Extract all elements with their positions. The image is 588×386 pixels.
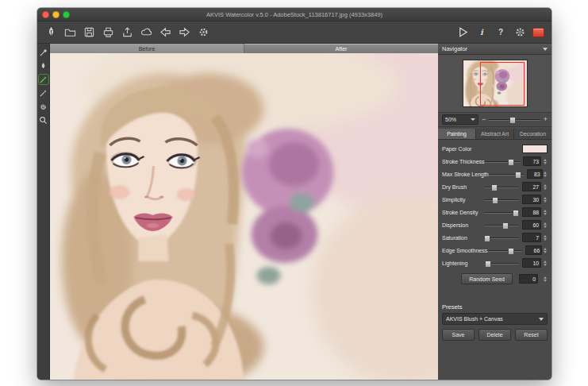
spinner[interactable] xyxy=(542,259,548,267)
toolbar: i ? xyxy=(37,21,551,44)
zoom-window-button[interactable] xyxy=(63,11,70,18)
param-label: Stroke Density xyxy=(442,210,478,215)
tab-before[interactable]: Before xyxy=(50,44,244,53)
akvis-logo-icon[interactable] xyxy=(532,28,544,37)
smudge-tool[interactable] xyxy=(39,88,48,98)
param-value[interactable]: 30 xyxy=(522,195,541,204)
random-seed-value[interactable]: 0 xyxy=(519,274,538,284)
param-value[interactable]: 10 xyxy=(522,258,541,268)
param-slider[interactable] xyxy=(489,171,524,178)
batch-gear-icon[interactable] xyxy=(197,26,209,39)
run-icon[interactable] xyxy=(456,26,469,39)
preset-dropdown[interactable]: AKVIS Blush + Canvas xyxy=(442,313,548,325)
open-icon[interactable] xyxy=(63,26,76,39)
param-label: Edge Smoothness xyxy=(442,248,487,253)
redo-icon[interactable] xyxy=(178,26,190,39)
spinner[interactable] xyxy=(542,234,548,241)
pen-nib-icon[interactable] xyxy=(44,26,57,39)
zoom-out-button[interactable]: − xyxy=(482,116,486,123)
navigator-header[interactable]: Navigator xyxy=(438,44,551,55)
canvas-column: Before After xyxy=(50,44,438,380)
presets-title: Presets xyxy=(442,303,548,311)
hand-tool[interactable] xyxy=(39,102,48,111)
presets-section: Presets AKVIS Blush + Canvas Save Delete… xyxy=(438,303,551,341)
undo-icon[interactable] xyxy=(159,26,171,39)
param-slider[interactable] xyxy=(484,183,519,191)
share-icon[interactable] xyxy=(121,26,133,39)
image-canvas[interactable] xyxy=(50,53,438,380)
param-lightening: Lightening 10 xyxy=(442,257,548,269)
save-icon[interactable] xyxy=(83,26,95,39)
preferences-gear-icon[interactable] xyxy=(513,26,526,39)
param-value[interactable]: 7 xyxy=(522,233,541,242)
spinner[interactable] xyxy=(542,275,548,283)
param-label: Saturation xyxy=(442,235,467,241)
param-max-stroke-length: Max Stroke Length 83 xyxy=(442,168,548,180)
param-value[interactable]: 83 xyxy=(527,169,543,179)
param-value[interactable]: 88 xyxy=(522,207,541,217)
param-stroke-thickness: Stroke Thickness 73 xyxy=(442,155,548,168)
close-window-button[interactable] xyxy=(42,11,49,18)
window-title: AKVIS Watercolor v.5.0 - AdobeStock_1138… xyxy=(37,11,551,18)
history-brush-tool[interactable] xyxy=(39,75,48,84)
spinner[interactable] xyxy=(542,195,548,203)
save-preset-button[interactable]: Save xyxy=(442,329,475,341)
spinner[interactable] xyxy=(542,157,548,165)
delete-preset-button[interactable]: Delete xyxy=(478,329,511,341)
zoom-tool[interactable] xyxy=(39,115,48,125)
param-slider[interactable] xyxy=(484,196,519,203)
param-value[interactable]: 66 xyxy=(525,245,542,255)
param-value[interactable]: 60 xyxy=(522,220,541,230)
preset-buttons: Save Delete Reset xyxy=(442,329,548,341)
tab-abstract-art[interactable]: Abstract Art xyxy=(476,129,514,139)
zoom-select[interactable]: 50% xyxy=(442,114,478,125)
param-stroke-density: Stroke Density 88 xyxy=(442,206,548,218)
param-slider[interactable] xyxy=(485,158,520,165)
navigator-body xyxy=(438,55,551,113)
param-paper-color: Paper Color xyxy=(442,142,548,155)
help-icon[interactable]: ? xyxy=(494,26,507,39)
print-icon[interactable] xyxy=(102,26,114,39)
param-slider[interactable] xyxy=(484,234,519,241)
spinner[interactable] xyxy=(543,246,548,254)
traffic-lights xyxy=(42,11,70,18)
navigator-thumbnail[interactable] xyxy=(463,60,528,107)
reset-preset-button[interactable]: Reset xyxy=(515,329,548,341)
minimize-window-button[interactable] xyxy=(52,11,60,18)
param-slider[interactable] xyxy=(484,209,519,216)
param-slider[interactable] xyxy=(484,260,519,267)
chevron-down-icon[interactable] xyxy=(543,48,548,51)
spinner[interactable] xyxy=(542,221,548,229)
param-label: Max Stroke Length xyxy=(442,172,489,177)
spinner[interactable] xyxy=(542,208,548,216)
param-simplicity: Simplicity 30 xyxy=(442,193,548,206)
title-bar: AKVIS Watercolor v.5.0 - AdobeStock_1138… xyxy=(37,8,551,21)
param-slider[interactable] xyxy=(484,222,519,229)
navigator-view-rect[interactable] xyxy=(480,62,525,105)
info-icon[interactable]: i xyxy=(475,26,488,39)
param-slider[interactable] xyxy=(487,247,522,254)
param-value[interactable]: 73 xyxy=(523,156,542,166)
tab-after[interactable]: After xyxy=(244,44,438,53)
toolbar-left-group xyxy=(44,26,209,39)
param-value[interactable]: 27 xyxy=(522,182,541,191)
random-seed-button[interactable]: Random Seed xyxy=(461,273,513,284)
droplet-tool[interactable] xyxy=(39,61,48,71)
view-tabbar: Before After xyxy=(50,44,438,53)
zoom-slider[interactable] xyxy=(489,116,540,123)
parameter-tabs: Painting Abstract Art Decoration xyxy=(438,129,551,140)
spinner[interactable] xyxy=(544,170,548,178)
zoom-in-button[interactable]: + xyxy=(544,116,548,123)
param-saturation: Saturation 7 xyxy=(442,231,548,244)
spinner[interactable] xyxy=(542,183,548,191)
param-label: Dispersion xyxy=(442,222,468,228)
param-dispersion: Dispersion 60 xyxy=(442,218,548,231)
tab-painting[interactable]: Painting xyxy=(438,129,476,139)
watercolor-portrait-image xyxy=(50,53,438,380)
preset-selected: AKVIS Blush + Canvas xyxy=(446,316,503,322)
eyedropper-tool[interactable] xyxy=(39,48,48,57)
param-edge-smoothness: Edge Smoothness 66 xyxy=(442,244,548,257)
cloud-icon[interactable] xyxy=(140,26,152,39)
paper-color-swatch[interactable] xyxy=(522,145,548,153)
tab-decoration[interactable]: Decoration xyxy=(514,129,551,139)
